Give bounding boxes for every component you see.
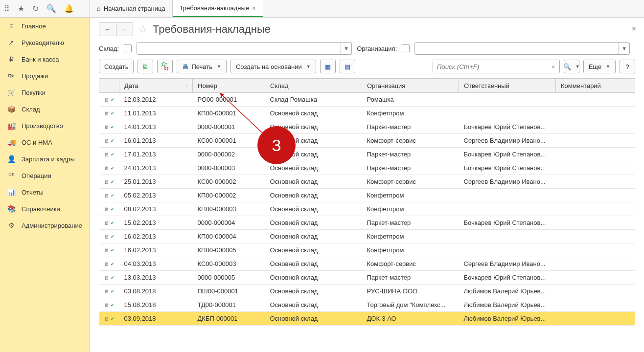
cell-sklad: Основной склад (265, 216, 362, 230)
sidebar-item-1[interactable]: ↗Руководителю (0, 34, 90, 51)
cell-resp: Сергеев Владимир Ивано... (459, 134, 556, 148)
table-row[interactable]: 🗎✔03.09.2018ДКБП-000001Основной складДОК… (99, 312, 635, 326)
sidebar-icon: 📦 (7, 105, 16, 113)
sidebar-icon: ≡ (7, 22, 16, 30)
cell-date: 12.03.2012 (119, 93, 193, 107)
sklad-input[interactable] (137, 43, 341, 54)
sidebar-item-3[interactable]: 🛍Продажи (0, 67, 90, 84)
col-resp[interactable]: Ответственный (459, 79, 556, 93)
table-row[interactable]: 🗎✔25.01.2013КС00-000002Основной складКом… (99, 175, 635, 189)
col-org[interactable]: Организация (362, 79, 459, 93)
clear-icon[interactable]: × (548, 60, 559, 73)
cell-resp: Бочкарев Юрий Степанов... (459, 271, 556, 285)
cell-date: 16.02.2013 (119, 230, 193, 243)
cell-number: 0000-000003 (193, 161, 265, 175)
table-row[interactable]: 🗎✔12.03.2012РО00-000001Склад РомашкаРома… (99, 93, 635, 107)
chevron-down-icon[interactable]: ▼ (341, 43, 351, 54)
tab-home[interactable]: ⌂ Начальная страница (90, 0, 173, 17)
help-button[interactable]: ? (620, 60, 635, 73)
related-button[interactable]: ▦ (320, 60, 336, 73)
tab-requirements[interactable]: Требования-накладные × (173, 0, 264, 17)
org-checkbox[interactable] (402, 44, 410, 52)
filter-org-label: Организация: (357, 45, 397, 52)
cell-date: 24.01.2013 (119, 161, 193, 175)
org-combo[interactable]: ▼ (414, 42, 630, 55)
sidebar-item-5[interactable]: 📦Склад (0, 101, 90, 117)
sidebar-item-0[interactable]: ≡Главное (0, 18, 90, 34)
more-button[interactable]: Еще▼ (583, 60, 616, 73)
col-number[interactable]: Номер (193, 79, 265, 93)
star-icon[interactable]: ★ (18, 4, 24, 13)
sidebar-item-8[interactable]: 👤Зарплата и кадры (0, 151, 90, 167)
table-row[interactable]: 🗎✔24.01.20130000-000003Основной складПар… (99, 161, 635, 175)
close-page-icon[interactable]: × (632, 24, 636, 33)
org-input[interactable] (415, 43, 619, 54)
search-input[interactable] (433, 60, 548, 73)
sidebar-item-6[interactable]: 🏭Производство (0, 117, 90, 134)
sidebar-item-11[interactable]: 📚Справочники (0, 200, 90, 217)
back-button[interactable]: ← (99, 23, 116, 36)
table-row[interactable]: 🗎✔11.01.2013КП00-000001Основной складКон… (99, 107, 635, 120)
sidebar-item-label: ОС и НМА (22, 139, 52, 146)
sidebar-item-2[interactable]: ₽Банк и касса (0, 51, 90, 67)
table-row[interactable]: 🗎✔16.02.2013КП00-000005Основной складКон… (99, 243, 635, 257)
document-icon: 🗎✔ (104, 179, 115, 185)
close-icon[interactable]: × (252, 4, 256, 12)
table-row[interactable]: 🗎✔15.02.20130000-000004Основной складПар… (99, 216, 635, 230)
table-row[interactable]: 🗎✔16.01.2013КС00-000001Основной складКом… (99, 134, 635, 148)
table-row[interactable]: 🗎✔05.02.2013КП00-000002Основной складКон… (99, 189, 635, 202)
cell-comment (556, 107, 635, 120)
sidebar-item-12[interactable]: ⚙Администрирование (0, 217, 90, 234)
search-box[interactable]: × (433, 60, 560, 73)
sidebar-item-10[interactable]: 📊Отчеты (0, 184, 90, 200)
apps-icon[interactable]: ⠿ (4, 4, 10, 13)
document-icon: 🗎✔ (104, 138, 115, 144)
table-row[interactable]: 🗎✔08.02.2013КП00-000003Основной складКон… (99, 202, 635, 216)
dtKt-button[interactable]: ДтКт (157, 60, 173, 73)
table-row[interactable]: 🗎✔14.01.20130000-000001Основной складПар… (99, 120, 635, 134)
cell-date: 05.02.2013 (119, 189, 193, 202)
bell-icon[interactable]: 🔔 (64, 4, 74, 13)
sidebar-item-7[interactable]: 🚚ОС и НМА (0, 134, 90, 151)
sidebar-item-9[interactable]: ᴰᴷОперации (0, 167, 90, 184)
table-row[interactable]: 🗎✔03.08.2018ПШ00-000001Основной складРУС… (99, 285, 635, 298)
print-icon: 🖶 (182, 63, 188, 70)
sklad-checkbox[interactable] (124, 44, 132, 52)
sidebar-item-label: Операции (22, 172, 51, 179)
cell-comment (556, 202, 635, 216)
cell-sklad: Основной склад (265, 243, 362, 257)
forward-button[interactable]: → (116, 23, 133, 36)
cell-number: ПШ00-000001 (193, 285, 265, 298)
col-date[interactable]: Дата↓ (119, 79, 193, 93)
sidebar-item-4[interactable]: 🛒Покупки (0, 84, 90, 101)
table-row[interactable]: 🗎✔04.03.2013КС00-000003Основной складКом… (99, 257, 635, 271)
create-based-button[interactable]: Создать на основании▼ (230, 60, 316, 73)
table-row[interactable]: 🗎✔15.08.2018ТД00-000001Основной складТор… (99, 298, 635, 312)
table-row[interactable]: 🗎✔13.03.20130000-000005Основной складПар… (99, 271, 635, 285)
document-icon: 🗎✔ (104, 124, 115, 130)
create-button[interactable]: Создать (99, 60, 134, 73)
search-icon[interactable]: 🔍 (46, 4, 56, 13)
col-comment[interactable]: Комментарий (556, 79, 635, 93)
cell-resp (459, 107, 556, 120)
document-icon: 🗎✔ (104, 97, 115, 103)
favorite-icon[interactable]: ☆ (138, 23, 148, 36)
sklad-combo[interactable]: ▼ (137, 42, 352, 55)
history-icon[interactable]: ↻ (32, 4, 39, 13)
copy-button[interactable]: 🗎 (138, 60, 153, 73)
print-button[interactable]: 🖶Печать▼ (177, 60, 227, 73)
find-button[interactable]: 🔍▼ (564, 60, 579, 73)
table-row[interactable]: 🗎✔17.01.20130000-000002Основной складПар… (99, 148, 635, 161)
chevron-down-icon[interactable]: ▼ (619, 43, 629, 54)
list-button[interactable]: ▤ (340, 60, 355, 73)
cell-resp: Бочкарев Юрий Степанов... (459, 120, 556, 134)
cell-date: 15.08.2018 (119, 298, 193, 312)
document-icon: 🗎✔ (104, 247, 115, 253)
cell-org: Конфетпром (362, 230, 459, 243)
document-icon: 🗎✔ (104, 288, 115, 294)
topbar-icon-group: ⠿ ★ ↻ 🔍 🔔 (0, 0, 90, 17)
cell-date: 11.01.2013 (119, 107, 193, 120)
col-sklad[interactable]: Склад (265, 79, 362, 93)
col-icon[interactable] (99, 79, 119, 93)
table-row[interactable]: 🗎✔16.02.2013КП00-000004Основной складКон… (99, 230, 635, 243)
